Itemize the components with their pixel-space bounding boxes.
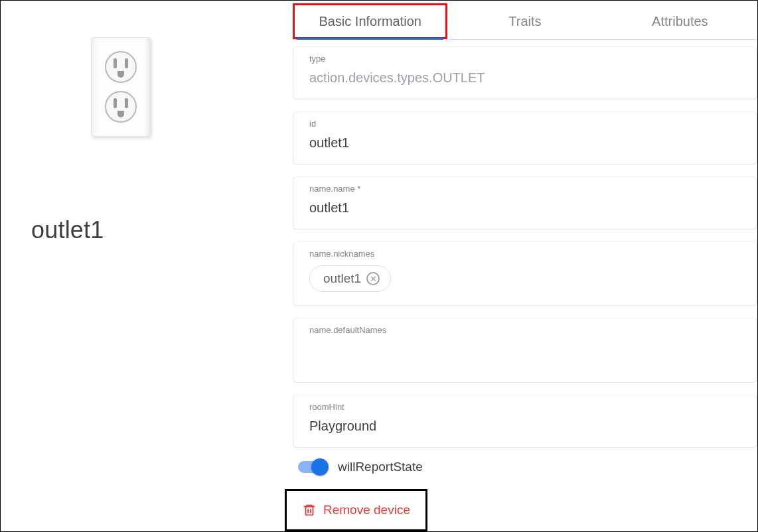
remove-device-button[interactable]: Remove device — [285, 489, 427, 531]
field-name-name[interactable]: name.name * — [293, 176, 757, 230]
app-frame: outlet1 Basic Information Traits Attribu… — [0, 0, 758, 532]
field-default-names[interactable]: name.defaultNames — [293, 318, 757, 383]
trash-icon — [302, 502, 317, 518]
room-hint-input[interactable] — [309, 419, 741, 434]
field-nicknames[interactable]: name.nicknames outlet1 ✕ — [293, 241, 757, 306]
field-type-label: type — [309, 51, 741, 70]
field-id[interactable]: id — [293, 111, 757, 165]
default-names-input[interactable] — [309, 342, 741, 357]
device-summary-panel: outlet1 — [1, 1, 293, 531]
outlet-icon — [91, 37, 151, 137]
field-room-hint-label: roomHint — [309, 399, 741, 419]
svg-rect-0 — [306, 507, 313, 515]
field-type-value: action.devices.types.OUTLET — [309, 70, 485, 85]
tab-bar: Basic Information Traits Attributes — [293, 3, 757, 40]
field-id-label: id — [309, 116, 741, 135]
field-type: type action.devices.types.OUTLET — [293, 46, 757, 100]
will-report-state-toggle[interactable] — [298, 461, 327, 473]
device-title: outlet1 — [31, 216, 266, 244]
field-name-name-label: name.name * — [309, 181, 741, 200]
outlet-socket-top — [105, 51, 137, 83]
field-default-names-label: name.defaultNames — [309, 322, 741, 342]
will-report-state-row: willReportState — [298, 460, 757, 474]
field-room-hint[interactable]: roomHint — [293, 395, 757, 448]
tab-attributes[interactable]: Attributes — [603, 3, 757, 39]
field-nicknames-label: name.nicknames — [309, 246, 741, 265]
nickname-chip: outlet1 ✕ — [309, 265, 391, 292]
name-name-input[interactable] — [309, 200, 741, 216]
remove-chip-icon[interactable]: ✕ — [366, 272, 380, 285]
id-input[interactable] — [309, 135, 741, 151]
basic-info-form: type action.devices.types.OUTLET id name… — [293, 40, 757, 531]
remove-device-label: Remove device — [323, 503, 410, 517]
tab-traits[interactable]: Traits — [447, 3, 602, 39]
will-report-state-label: willReportState — [338, 460, 423, 474]
nickname-chip-text: outlet1 — [323, 271, 361, 286]
tab-basic-information[interactable]: Basic Information — [293, 3, 447, 39]
device-detail-panel: Basic Information Traits Attributes type… — [293, 1, 757, 531]
outlet-socket-bottom — [105, 91, 137, 123]
